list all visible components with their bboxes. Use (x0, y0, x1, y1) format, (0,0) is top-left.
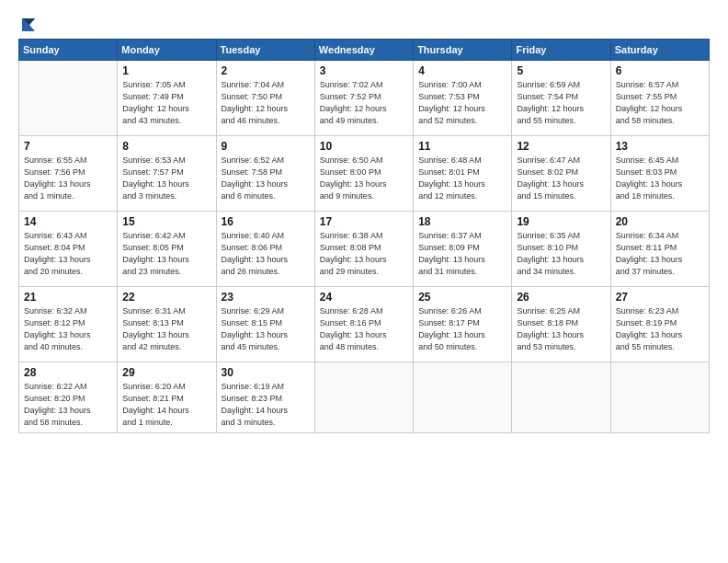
calendar-cell: 11Sunrise: 6:48 AM Sunset: 8:01 PM Dayli… (414, 136, 512, 212)
day-number: 11 (418, 140, 506, 153)
day-number: 1 (122, 64, 210, 77)
day-number: 24 (320, 291, 408, 304)
day-number: 4 (418, 64, 506, 77)
calendar-cell: 18Sunrise: 6:37 AM Sunset: 8:09 PM Dayli… (414, 212, 512, 287)
day-info: Sunrise: 6:47 AM Sunset: 8:02 PM Dayligh… (517, 155, 605, 202)
calendar-table: SundayMondayTuesdayWednesdayThursdayFrid… (18, 39, 710, 433)
calendar-cell (414, 362, 512, 433)
day-info: Sunrise: 6:40 AM Sunset: 8:06 PM Dayligh… (222, 230, 310, 278)
calendar-cell: 1Sunrise: 7:05 AM Sunset: 7:49 PM Daylig… (118, 61, 216, 136)
weekday-header-saturday: Saturday (610, 40, 709, 61)
calendar-cell: 28Sunrise: 6:22 AM Sunset: 8:20 PM Dayli… (19, 362, 118, 433)
day-info: Sunrise: 6:48 AM Sunset: 8:01 PM Dayligh… (418, 155, 506, 202)
day-number: 26 (517, 291, 605, 304)
day-number: 16 (222, 215, 310, 228)
logo (18, 17, 37, 29)
weekday-header-monday: Monday (118, 40, 216, 61)
day-info: Sunrise: 7:04 AM Sunset: 7:50 PM Dayligh… (222, 79, 310, 127)
day-info: Sunrise: 6:50 AM Sunset: 8:00 PM Dayligh… (320, 155, 408, 202)
day-info: Sunrise: 7:00 AM Sunset: 7:53 PM Dayligh… (418, 79, 506, 127)
calendar-cell: 16Sunrise: 6:40 AM Sunset: 8:06 PM Dayli… (216, 212, 314, 287)
day-info: Sunrise: 6:19 AM Sunset: 8:23 PM Dayligh… (222, 381, 310, 429)
day-info: Sunrise: 6:43 AM Sunset: 8:04 PM Dayligh… (24, 230, 112, 278)
day-info: Sunrise: 6:35 AM Sunset: 8:10 PM Dayligh… (517, 230, 605, 278)
day-info: Sunrise: 6:52 AM Sunset: 7:58 PM Dayligh… (222, 155, 310, 202)
calendar-page: SundayMondayTuesdayWednesdayThursdayFrid… (0, 0, 728, 563)
week-row-4: 21Sunrise: 6:32 AM Sunset: 8:12 PM Dayli… (19, 287, 710, 362)
day-number: 18 (418, 215, 506, 228)
day-info: Sunrise: 6:42 AM Sunset: 8:05 PM Dayligh… (122, 230, 210, 278)
week-row-3: 14Sunrise: 6:43 AM Sunset: 8:04 PM Dayli… (19, 212, 710, 287)
day-number: 22 (122, 291, 210, 304)
day-info: Sunrise: 7:05 AM Sunset: 7:49 PM Dayligh… (122, 79, 210, 127)
calendar-cell: 5Sunrise: 6:59 AM Sunset: 7:54 PM Daylig… (512, 61, 610, 136)
calendar-cell: 17Sunrise: 6:38 AM Sunset: 8:08 PM Dayli… (314, 212, 413, 287)
day-number: 23 (222, 291, 310, 304)
day-number: 2 (222, 64, 310, 77)
day-number: 25 (418, 291, 506, 304)
day-info: Sunrise: 6:32 AM Sunset: 8:12 PM Dayligh… (24, 305, 112, 353)
day-info: Sunrise: 7:02 AM Sunset: 7:52 PM Dayligh… (320, 79, 408, 127)
day-info: Sunrise: 6:31 AM Sunset: 8:13 PM Dayligh… (122, 305, 210, 353)
day-info: Sunrise: 6:55 AM Sunset: 7:56 PM Dayligh… (24, 155, 112, 202)
calendar-cell: 6Sunrise: 6:57 AM Sunset: 7:55 PM Daylig… (610, 61, 709, 136)
calendar-cell: 13Sunrise: 6:45 AM Sunset: 8:03 PM Dayli… (610, 136, 709, 212)
day-info: Sunrise: 6:23 AM Sunset: 8:19 PM Dayligh… (616, 305, 704, 353)
day-number: 20 (616, 215, 704, 228)
day-number: 12 (517, 140, 605, 153)
day-number: 8 (122, 140, 210, 153)
day-info: Sunrise: 6:26 AM Sunset: 8:17 PM Dayligh… (418, 305, 506, 353)
day-number: 13 (616, 140, 704, 153)
day-number: 3 (320, 64, 408, 77)
calendar-cell: 12Sunrise: 6:47 AM Sunset: 8:02 PM Dayli… (512, 136, 610, 212)
calendar-cell: 27Sunrise: 6:23 AM Sunset: 8:19 PM Dayli… (610, 287, 709, 362)
day-info: Sunrise: 6:25 AM Sunset: 8:18 PM Dayligh… (517, 305, 605, 353)
weekday-header-friday: Friday (512, 40, 610, 61)
calendar-cell: 20Sunrise: 6:34 AM Sunset: 8:11 PM Dayli… (610, 212, 709, 287)
weekday-header-wednesday: Wednesday (314, 40, 413, 61)
calendar-cell: 3Sunrise: 7:02 AM Sunset: 7:52 PM Daylig… (314, 61, 413, 136)
day-info: Sunrise: 6:29 AM Sunset: 8:15 PM Dayligh… (222, 305, 310, 353)
calendar-cell: 14Sunrise: 6:43 AM Sunset: 8:04 PM Dayli… (19, 212, 118, 287)
day-number: 7 (24, 140, 112, 153)
calendar-cell: 30Sunrise: 6:19 AM Sunset: 8:23 PM Dayli… (216, 362, 314, 433)
weekday-header-thursday: Thursday (414, 40, 512, 61)
calendar-cell: 24Sunrise: 6:28 AM Sunset: 8:16 PM Dayli… (314, 287, 413, 362)
day-number: 15 (122, 215, 210, 228)
day-info: Sunrise: 6:34 AM Sunset: 8:11 PM Dayligh… (616, 230, 704, 278)
day-info: Sunrise: 6:53 AM Sunset: 7:57 PM Dayligh… (122, 155, 210, 202)
calendar-cell: 2Sunrise: 7:04 AM Sunset: 7:50 PM Daylig… (216, 61, 314, 136)
day-number: 30 (222, 366, 310, 379)
day-info: Sunrise: 6:28 AM Sunset: 8:16 PM Dayligh… (320, 305, 408, 353)
logo-flag-icon (20, 17, 37, 33)
calendar-cell: 8Sunrise: 6:53 AM Sunset: 7:57 PM Daylig… (118, 136, 216, 212)
calendar-cell: 25Sunrise: 6:26 AM Sunset: 8:17 PM Dayli… (414, 287, 512, 362)
week-row-5: 28Sunrise: 6:22 AM Sunset: 8:20 PM Dayli… (19, 362, 710, 433)
day-info: Sunrise: 6:38 AM Sunset: 8:08 PM Dayligh… (320, 230, 408, 278)
day-number: 19 (517, 215, 605, 228)
calendar-cell: 15Sunrise: 6:42 AM Sunset: 8:05 PM Dayli… (118, 212, 216, 287)
day-info: Sunrise: 6:37 AM Sunset: 8:09 PM Dayligh… (418, 230, 506, 278)
calendar-cell: 7Sunrise: 6:55 AM Sunset: 7:56 PM Daylig… (19, 136, 118, 212)
day-number: 10 (320, 140, 408, 153)
calendar-cell: 19Sunrise: 6:35 AM Sunset: 8:10 PM Dayli… (512, 212, 610, 287)
calendar-cell (314, 362, 413, 433)
header (18, 17, 710, 29)
calendar-cell: 23Sunrise: 6:29 AM Sunset: 8:15 PM Dayli… (216, 287, 314, 362)
day-info: Sunrise: 6:22 AM Sunset: 8:20 PM Dayligh… (24, 381, 112, 429)
calendar-cell: 9Sunrise: 6:52 AM Sunset: 7:58 PM Daylig… (216, 136, 314, 212)
calendar-cell: 21Sunrise: 6:32 AM Sunset: 8:12 PM Dayli… (19, 287, 118, 362)
weekday-header-sunday: Sunday (19, 40, 118, 61)
day-number: 21 (24, 291, 112, 304)
calendar-cell: 22Sunrise: 6:31 AM Sunset: 8:13 PM Dayli… (118, 287, 216, 362)
day-info: Sunrise: 6:45 AM Sunset: 8:03 PM Dayligh… (616, 155, 704, 202)
calendar-cell (610, 362, 709, 433)
week-row-2: 7Sunrise: 6:55 AM Sunset: 7:56 PM Daylig… (19, 136, 710, 212)
calendar-cell: 29Sunrise: 6:20 AM Sunset: 8:21 PM Dayli… (118, 362, 216, 433)
weekday-header-tuesday: Tuesday (216, 40, 314, 61)
day-number: 17 (320, 215, 408, 228)
week-row-1: 1Sunrise: 7:05 AM Sunset: 7:49 PM Daylig… (19, 61, 710, 136)
day-number: 5 (517, 64, 605, 77)
day-info: Sunrise: 6:59 AM Sunset: 7:54 PM Dayligh… (517, 79, 605, 127)
day-number: 28 (24, 366, 112, 379)
